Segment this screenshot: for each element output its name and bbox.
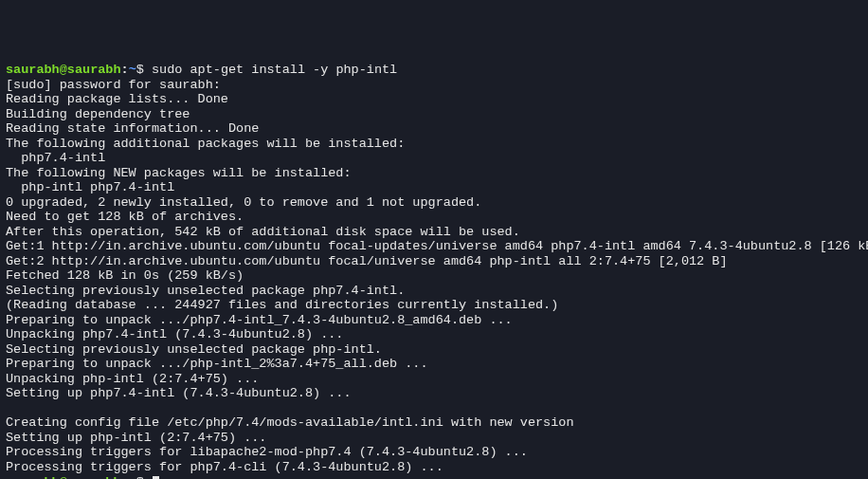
output-line: The following additional packages will b… [6,137,405,151]
prompt-host: saurabh [67,63,121,77]
output-line: Fetched 128 kB in 0s (259 kB/s) [6,268,244,283]
output-line: 0 upgraded, 2 newly installed, 0 to remo… [6,195,481,210]
output-line: [sudo] password for saurabh: [6,78,221,92]
output-line: Selecting previously unselected package … [6,284,405,298]
output-line: Building dependency tree [6,107,190,121]
output-line: Selecting previously unselected package … [6,342,382,357]
prompt-colon: : [121,475,129,480]
prompt-colon: : [121,63,129,77]
output-line: php7.4-intl [6,151,105,165]
output-line: php-intl php7.4-intl [6,180,174,194]
prompt-at: @ [60,475,67,480]
output-line: Reading state information... Done [6,121,259,136]
output-line: Processing triggers for php7.4-cli (7.4.… [6,460,443,474]
prompt-dollar: $ [136,475,152,480]
prompt-path: ~ [129,63,136,77]
command-text: sudo apt-get install -y php-intl [152,63,397,77]
output-line: Creating config file /etc/php/7.4/mods-a… [6,415,574,430]
prompt-dollar: $ [136,63,152,77]
prompt-line-2: saurabh@saurabh:~$ [6,475,159,480]
output-line: After this operation, 542 kB of addition… [6,225,520,239]
prompt-host: saurabh [67,475,121,480]
output-line: Preparing to unpack .../php-intl_2%3a7.4… [6,357,428,371]
output-line: Get:1 http://in.archive.ubuntu.com/ubunt… [6,239,868,253]
output-line: Reading package lists... Done [6,92,228,106]
output-line: Need to get 128 kB of archives. [6,210,244,224]
prompt-at: @ [60,63,67,77]
prompt-user: saurabh [6,63,60,77]
prompt-user: saurabh [6,475,60,480]
output-line: (Reading database ... 244927 files and d… [6,298,558,312]
prompt-path: ~ [129,475,136,480]
output-line: Unpacking php7.4-intl (7.4.3-4ubuntu2.8)… [6,327,343,341]
output-line: Get:2 http://in.archive.ubuntu.com/ubunt… [6,254,728,268]
output-line: Processing triggers for libapache2-mod-p… [6,445,528,459]
output-line: Setting up php7.4-intl (7.4.3-4ubuntu2.8… [6,386,352,400]
terminal[interactable]: saurabh@saurabh:~$ sudo apt-get install … [6,63,862,479]
output-line: Unpacking php-intl (2:7.4+75) ... [6,372,259,386]
output-line: Setting up php-intl (2:7.4+75) ... [6,431,266,445]
output-line: The following NEW packages will be insta… [6,166,352,180]
output-line: Preparing to unpack .../php7.4-intl_7.4.… [6,313,513,327]
cursor [153,476,159,480]
prompt-line-1: saurabh@saurabh:~$ sudo apt-get install … [6,63,397,77]
